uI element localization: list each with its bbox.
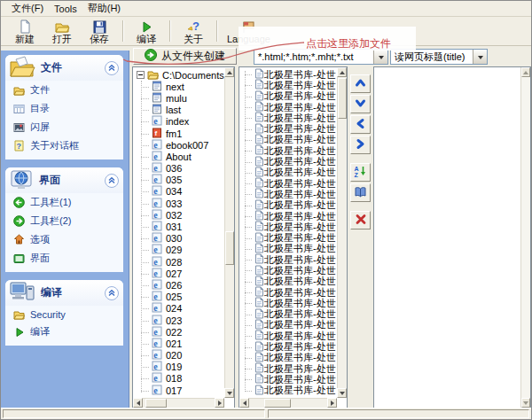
scroll-down-icon[interactable] [224,388,234,398]
tree-html-icon: e [152,291,162,303]
toolbar-button-1[interactable]: 打开 [43,17,81,45]
scroll-left-icon[interactable] [133,398,143,408]
tree-node-027[interactable]: e027 [133,268,224,279]
sidebar-item-目录[interactable]: 目录 [5,99,123,118]
title-mode-combo[interactable]: 读网页标题(title) [390,49,488,65]
menu-item-2[interactable]: 帮助(H) [84,0,128,17]
tree-html-icon: e [152,244,162,256]
scroll-down-icon[interactable] [521,398,530,408]
scrollbar-thumb[interactable] [338,78,347,119]
delete-button[interactable] [350,211,371,229]
tree-node-021[interactable]: e021 [133,338,224,349]
compile-play-icon [140,19,153,34]
tree-html-icon: e [152,139,162,152]
sort-button[interactable]: AZ [350,163,371,182]
tree-node-033[interactable]: e033 [133,198,224,209]
tree-node-index[interactable]: eindex [133,116,224,128]
tree-node-ebook007[interactable]: eebook007 [133,139,224,151]
chapter-row-29[interactable]: 北极星书库-处世 [239,385,337,396]
scroll-up-icon[interactable] [337,67,347,77]
sidebar-section-header[interactable]: 编译 [5,280,123,306]
list-vertical-scrollbar[interactable] [337,67,347,398]
tree-node-fm1[interactable]: ffm1 [133,128,224,139]
tree-node-024[interactable]: e024 [133,303,224,315]
tree-node-mulu[interactable]: mulu [133,92,224,104]
tree-node-020[interactable]: e020 [133,350,224,362]
scrollbar-thumb[interactable] [264,399,291,408]
scrollbar-thumb[interactable] [225,231,234,265]
scroll-down-icon[interactable] [337,388,347,398]
sidebar-item-选项[interactable]: 选项 [5,230,123,249]
menu-bar: 文件(F)Tools帮助(H) [1,1,531,17]
sidebar-item-label: 目录 [30,102,50,115]
options-icon [13,234,25,245]
sidebar-item-Security[interactable]: Security [5,306,123,323]
sidebar-item-闪屏[interactable]: 闪屏 [5,118,123,136]
move-left-button[interactable] [350,115,371,134]
sidebar-item-工具栏(1)[interactable]: 工具栏(1) [5,193,123,212]
book-button[interactable] [350,183,371,202]
move-right-button[interactable] [350,136,371,154]
svg-text:e: e [153,198,158,207]
collapse-chevron-icon[interactable] [105,61,119,75]
toolbar-button-3[interactable]: 编译 [128,17,165,45]
tree-root-node[interactable]: C:\Documents a [133,69,224,81]
tree-node-022[interactable]: e022 [133,326,224,338]
tree-node-034[interactable]: e034 [133,186,224,198]
sidebar-item-文件[interactable]: 文件 [5,81,123,99]
tree-node-029[interactable]: e029 [133,245,224,256]
move-down-button[interactable] [350,95,371,113]
preview-vertical-scrollbar[interactable] [520,67,530,408]
toolbar-button-4[interactable]: ?关于 [175,17,212,45]
tree-horizontal-scrollbar[interactable] [133,398,224,408]
files-open-folder-icon [9,56,35,80]
tree-node-018[interactable]: e018 [133,373,224,385]
scroll-right-icon[interactable] [327,398,337,408]
dropdown-arrow-icon[interactable] [373,50,387,64]
tree-node-next[interactable]: next [133,81,224,92]
sidebar-item-关于对话框[interactable]: ?关于对话框 [5,136,123,155]
tree-node-023[interactable]: e023 [133,315,224,326]
toolbar-button-0[interactable]: 新建 [6,17,43,45]
tree-html-icon: e [152,372,162,385]
svg-text:e: e [153,338,158,347]
tree-node-031[interactable]: e031 [133,221,224,232]
scroll-up-icon[interactable] [521,67,530,77]
move-up-button[interactable] [350,74,371,93]
scroll-right-icon[interactable] [215,398,224,408]
svg-text:e: e [153,385,158,394]
scrollbar-thumb[interactable] [145,399,167,408]
tree-node-017[interactable]: e017 [133,385,224,396]
list-horizontal-scrollbar[interactable] [239,398,337,408]
tree-node-036[interactable]: e036 [133,163,224,175]
dropdown-arrow-icon[interactable] [473,50,487,64]
menu-item-0[interactable]: 文件(F) [8,0,51,17]
create-from-folder-button[interactable]: 从文件夹创建 [133,48,237,65]
tree-node-035[interactable]: e035 [133,175,224,186]
tree-node-030[interactable]: e030 [133,233,224,245]
tree-node-025[interactable]: e025 [133,292,224,303]
tree-node-label: 032 [166,210,182,221]
delete-icon [355,214,367,228]
tree-node-label: mulu [166,93,187,104]
tree-node-last[interactable]: last [133,105,224,116]
collapse-chevron-icon[interactable] [105,174,119,188]
toolbar-button-2[interactable]: 保存 [81,17,118,45]
tree-node-026[interactable]: e026 [133,279,224,291]
sidebar-section-header[interactable]: 文件 [5,55,123,81]
sidebar-item-工具栏(2)[interactable]: 工具栏(2) [5,212,123,230]
menu-item-1[interactable]: Tools [51,2,84,16]
sidebar-item-界面[interactable]: 界面 [5,249,123,268]
collapse-minus-icon[interactable] [137,71,145,79]
collapse-chevron-icon[interactable] [105,286,119,300]
sidebar-item-编译[interactable]: 编译 [5,323,123,341]
tree-vertical-scrollbar[interactable] [224,67,234,398]
scroll-up-icon[interactable] [224,67,234,77]
tree-node-019[interactable]: e019 [133,362,224,373]
tree-node-028[interactable]: e028 [133,256,224,268]
tree-node-About[interactable]: eAbout [133,151,224,162]
table-icon [13,103,25,114]
tree-node-032[interactable]: e032 [133,209,224,221]
scroll-left-icon[interactable] [239,398,249,408]
sidebar-section-header[interactable]: 界面 [5,167,123,193]
